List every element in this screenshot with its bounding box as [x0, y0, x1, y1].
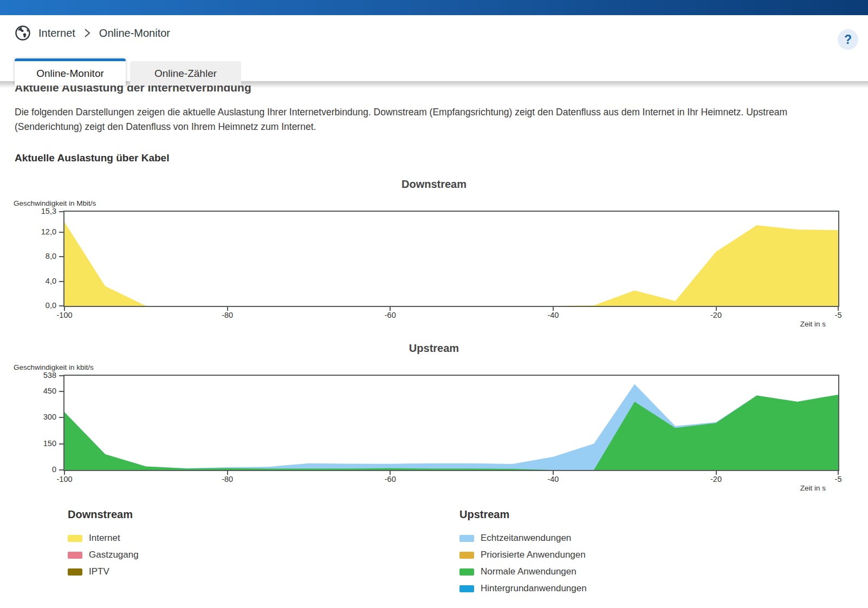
legend-swatch — [459, 552, 474, 559]
main-content: Aktuelle Auslastung der Internetverbindu… — [0, 81, 868, 600]
breadcrumb-chevron-icon — [84, 28, 90, 38]
legend-item: Priorisierte Anwendungen — [459, 550, 587, 560]
upstream-y-ticks: 5384503001500 — [0, 375, 63, 471]
x-tick-mark — [64, 307, 65, 311]
breadcrumb: Internet Online-Monitor — [15, 25, 868, 41]
top-blue-bar — [0, 0, 868, 15]
x-tick-label: -20 — [710, 475, 722, 483]
legend-label: Echtzeitanwendungen — [481, 533, 571, 544]
legend-label: Gastzugang — [89, 550, 139, 560]
series-area-normale-anwendungen — [64, 395, 838, 470]
y-tick-label: 8,0 — [46, 252, 56, 260]
downstream-y-ticks: 15,312,08,04,00,0 — [0, 211, 63, 307]
legend-item: Hintergrundanwendungen — [459, 583, 587, 594]
x-tick-mark — [227, 307, 228, 311]
legend-item: Echtzeitanwendungen — [459, 533, 587, 544]
x-tick-label: -40 — [547, 311, 559, 319]
y-tick-mark — [59, 256, 63, 257]
y-tick-label: 300 — [43, 413, 56, 421]
legend-swatch — [68, 552, 82, 559]
downstream-legend: Downstream InternetGastzugangIPTV — [68, 508, 459, 600]
x-tick-mark — [553, 307, 554, 311]
y-tick-label: 150 — [43, 439, 56, 448]
y-tick-label: 15,3 — [41, 207, 56, 215]
downstream-x-axis-label: Zeit in s — [0, 320, 839, 328]
y-tick-label: 538 — [43, 371, 56, 380]
x-tick-label: -80 — [222, 475, 233, 483]
y-tick-label: 450 — [43, 387, 56, 395]
x-tick-mark — [64, 471, 65, 475]
downstream-y-axis-label: Geschwindigkeit in Mbit/s — [14, 199, 868, 207]
help-button[interactable]: ? — [838, 29, 858, 50]
y-tick-mark — [59, 305, 63, 306]
y-tick-label: 4,0 — [46, 277, 56, 285]
x-tick-mark — [838, 307, 839, 311]
upstream-x-ticks: -100-80-60-40-20-5 — [0, 471, 868, 484]
x-tick-label: -40 — [547, 475, 559, 483]
legend-label: Internet — [89, 533, 120, 544]
upstream-chart-block: Upstream Geschwindigkeit in kbit/s 53845… — [0, 342, 868, 492]
y-tick-mark — [59, 232, 63, 233]
y-tick-mark — [59, 417, 63, 418]
legend-label: Hintergrundanwendungen — [481, 583, 587, 594]
x-tick-label: -80 — [222, 311, 233, 319]
x-tick-label: -100 — [56, 475, 72, 483]
y-tick-mark — [59, 469, 63, 470]
legend-swatch — [68, 535, 82, 542]
downstream-chart-block: Downstream Geschwindigkeit in Mbit/s 15,… — [0, 178, 868, 328]
downstream-chart-title: Downstream — [0, 178, 868, 191]
x-tick-mark — [838, 471, 839, 475]
legend-item: Normale Anwendungen — [459, 566, 587, 577]
upstream-x-axis-label: Zeit in s — [0, 484, 839, 492]
downstream-legend-title: Downstream — [68, 508, 459, 521]
y-tick-mark — [59, 391, 63, 392]
legend-label: Priorisierte Anwendungen — [481, 550, 586, 560]
y-tick-mark — [59, 443, 63, 444]
x-tick-mark — [227, 471, 228, 475]
header-row: Internet Online-Monitor ? — [0, 15, 868, 53]
intro-text: Die folgenden Darstellungen zeigen die a… — [15, 105, 868, 134]
downstream-plot-area — [63, 211, 839, 307]
legend-item: IPTV — [68, 566, 459, 577]
legend-swatch — [459, 585, 474, 592]
y-tick-mark — [59, 211, 63, 212]
legend-label: IPTV — [89, 566, 109, 577]
section-title-kabel: Aktuelle Auslastung über Kabel — [15, 152, 868, 164]
globe-icon — [15, 25, 31, 41]
tab-online-monitor[interactable]: Online-Monitor — [15, 58, 126, 86]
y-tick-mark — [59, 281, 63, 282]
upstream-y-axis-label: Geschwindigkeit in kbit/s — [14, 363, 868, 371]
legend-item: Internet — [68, 533, 459, 544]
x-tick-label: -100 — [56, 311, 72, 319]
legend-swatch — [68, 568, 82, 576]
legend-swatch — [459, 568, 474, 576]
tab-bar: Online-Monitor Online-Zähler — [15, 58, 868, 86]
tab-online-zaehler[interactable]: Online-Zähler — [130, 61, 241, 86]
x-tick-mark — [716, 307, 717, 311]
legend-label: Normale Anwendungen — [481, 566, 576, 577]
upstream-plot-area — [63, 375, 839, 471]
breadcrumb-item-internet[interactable]: Internet — [38, 27, 75, 40]
x-tick-label: -5 — [835, 311, 842, 319]
x-tick-label: -20 — [710, 311, 722, 319]
y-tick-label: 12,0 — [41, 227, 56, 236]
x-tick-mark — [553, 471, 554, 475]
x-tick-label: -60 — [385, 475, 396, 483]
x-tick-mark — [390, 307, 391, 311]
breadcrumb-item-online-monitor: Online-Monitor — [99, 27, 170, 40]
y-tick-mark — [59, 375, 63, 376]
x-tick-label: -60 — [385, 311, 396, 319]
downstream-x-ticks: -100-80-60-40-20-5 — [0, 307, 868, 320]
series-area-internet — [64, 222, 838, 306]
x-tick-mark — [390, 471, 391, 475]
upstream-legend-title: Upstream — [459, 508, 587, 521]
x-tick-mark — [716, 471, 717, 475]
legend-item: Gastzugang — [68, 550, 459, 560]
x-tick-label: -5 — [835, 475, 842, 483]
legends-row: Downstream InternetGastzugangIPTV Upstre… — [0, 508, 868, 600]
upstream-legend: Upstream EchtzeitanwendungenPriorisierte… — [459, 508, 587, 600]
upstream-chart-title: Upstream — [0, 342, 868, 355]
legend-swatch — [459, 535, 474, 542]
